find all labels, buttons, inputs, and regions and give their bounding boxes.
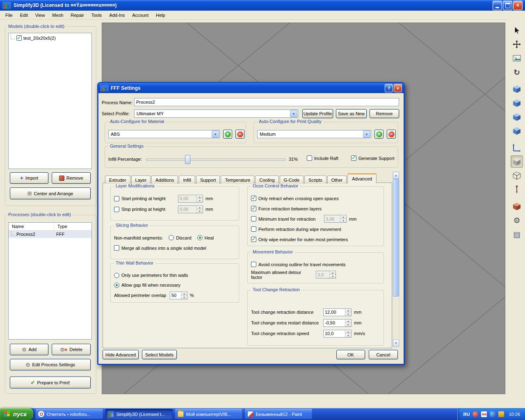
tc-distance-input[interactable] (324, 309, 345, 316)
stop-printing-checkbox[interactable]: Stop printing at height (114, 207, 176, 212)
dropdown-arrow-icon[interactable] (212, 130, 219, 138)
process-row[interactable]: Process2 FFF (9, 231, 91, 238)
scroll-down-button[interactable] (393, 340, 399, 347)
taskbar-item-browser[interactable]: O Ответить • roboforu... (36, 409, 103, 419)
gap-fill-radio[interactable]: Allow gap fill when necessary (114, 280, 235, 290)
model-checkbox[interactable] (16, 35, 22, 41)
tab-layer[interactable]: Layer (131, 176, 151, 184)
select-models-button[interactable]: Select Models (142, 350, 177, 359)
perimeters-only-radio[interactable]: Only use perimeters for thin walls (114, 270, 235, 280)
generate-support-checkbox[interactable]: Generate Support (351, 155, 394, 161)
tab-infill[interactable]: Infill (179, 176, 195, 184)
tc-restart-spinner[interactable] (323, 319, 352, 327)
translate-tool[interactable] (511, 38, 523, 50)
import-button[interactable]: + Import (10, 172, 48, 184)
menu-view[interactable]: View (32, 11, 49, 19)
overlap-spinner[interactable] (170, 292, 187, 299)
tab-additions[interactable]: Additions (151, 176, 178, 184)
tc-speed-input[interactable] (324, 330, 345, 337)
discard-radio[interactable]: Discard (169, 235, 191, 240)
prepare-to-print-button[interactable]: ✔ Prepare to Print! (10, 377, 91, 388)
taskbar-item-explorer[interactable]: Мой компьютер\VIB... (175, 409, 242, 419)
update-profile-button[interactable]: Update Profile (302, 109, 333, 118)
layer-preview-tool[interactable]: ▤ (511, 228, 523, 240)
menu-addins[interactable]: Add-Ins (105, 11, 128, 19)
include-raft-checkbox[interactable]: Include Raft (307, 155, 338, 161)
taskbar-item-paint[interactable]: Безымянный12 - Paint (245, 409, 312, 419)
profile-select[interactable]: Ultimaker MY (134, 110, 298, 118)
column-header-type[interactable]: Type (54, 224, 67, 229)
tab-gcode[interactable]: G-Code (280, 176, 304, 184)
hide-advanced-button[interactable]: Hide Advanced (103, 350, 139, 359)
clock[interactable]: 10:26 (509, 412, 520, 417)
side-view-tool[interactable] (511, 125, 523, 137)
force-retraction-checkbox[interactable]: Force retraction between layers (251, 203, 380, 214)
processes-list[interactable]: Name Type Process2 FFF (8, 222, 92, 340)
cross-section-tool[interactable] (511, 200, 523, 212)
remove-quality-button[interactable]: − (387, 130, 396, 139)
tab-cooling[interactable]: Cooling (255, 176, 278, 184)
close-button[interactable]: × (513, 1, 523, 10)
select-tool[interactable] (511, 24, 523, 37)
menu-edit[interactable]: Edit (16, 11, 32, 19)
snapshot-tool[interactable] (511, 52, 523, 64)
wipe-outer-checkbox[interactable]: Only wipe extruder for outer-most perime… (251, 234, 380, 244)
app-titlebar[interactable]: Simplify3D (Licensed to ¤¤Ÿá¤¤¤¤¤¤x¤¤¤¤¤… (0, 0, 525, 11)
tray-icon-3[interactable] (490, 411, 495, 417)
retract-open-spaces-checkbox[interactable]: Only retract when crossing open spaces (251, 193, 380, 203)
slider-thumb[interactable] (185, 155, 190, 164)
spinner-arrows[interactable] (345, 309, 351, 316)
model-item[interactable]: test_20x20x5(2) (9, 33, 91, 42)
menu-mesh[interactable]: Mesh (48, 11, 67, 19)
front-view-tool[interactable] (511, 111, 523, 123)
process-name-input[interactable] (134, 98, 399, 106)
scrollbar-thumb[interactable] (393, 179, 399, 297)
taskbar-item-simplify3d[interactable]: Simplify3D (Licensed t... (105, 409, 173, 419)
machine-settings-tool[interactable]: ⚙ (511, 214, 523, 226)
edit-process-settings-button[interactable]: ⚙ Edit Process Settings (10, 359, 91, 370)
start-button[interactable]: пуск (0, 408, 33, 420)
cancel-button[interactable]: Cancel (369, 350, 398, 359)
models-list[interactable]: test_20x20x5(2) (8, 33, 92, 169)
top-view-tool[interactable] (511, 97, 523, 109)
center-and-arrange-button[interactable]: ⊞ Center and Arrange (10, 187, 91, 199)
tab-extruder[interactable]: Extruder (105, 176, 130, 184)
spinner-arrows[interactable] (345, 330, 351, 337)
remove-model-button[interactable]: Remove (52, 172, 91, 184)
scroll-up-button[interactable] (393, 172, 399, 179)
dialog-close-button[interactable]: × (394, 84, 402, 92)
wipe-retraction-checkbox[interactable]: Perform retraction during wipe movement (251, 224, 380, 234)
overlap-input[interactable] (170, 292, 181, 299)
wireframe-view-tool[interactable] (511, 169, 523, 182)
menu-repair[interactable]: Repair (67, 11, 87, 19)
tc-restart-input[interactable] (324, 320, 345, 326)
add-material-button[interactable]: + (223, 130, 232, 139)
heal-radio[interactable]: Heal (197, 235, 214, 240)
spinner-arrows[interactable] (345, 320, 351, 326)
rotate-view-tool[interactable]: ↻ (511, 66, 523, 78)
tray-icon-1[interactable] (472, 411, 478, 417)
dropdown-arrow-icon[interactable] (363, 130, 370, 138)
avoid-crossing-checkbox[interactable]: Avoid crossing outline for travel moveme… (251, 259, 380, 269)
tray-icon-2[interactable]: Ап (481, 411, 487, 417)
tab-other[interactable]: Other (327, 176, 347, 184)
delete-process-button[interactable]: ⚙× Delete (52, 344, 91, 355)
quality-select[interactable]: Medium (257, 130, 371, 138)
dialog-help-button[interactable]: ? (385, 84, 393, 92)
menu-help[interactable]: Help (152, 11, 169, 19)
language-indicator[interactable]: RU (463, 412, 470, 417)
default-view-tool[interactable] (511, 83, 523, 95)
add-process-button[interactable]: ⚙ Add (10, 344, 48, 355)
tab-panel-scrollbar[interactable] (393, 171, 399, 347)
dialog-titlebar[interactable]: FFF Settings ? × (98, 83, 404, 93)
merge-outlines-checkbox[interactable]: Merge all outlines into a single solid m… (114, 243, 235, 253)
start-printing-checkbox[interactable]: Start printing at height (114, 196, 176, 201)
menu-file[interactable]: File (2, 11, 16, 19)
min-travel-checkbox[interactable]: Minimum travel for retraction (251, 216, 322, 221)
spinner-arrows[interactable] (181, 292, 187, 299)
menu-account[interactable]: Account (128, 11, 152, 19)
ok-button[interactable]: OK (336, 350, 365, 359)
minimize-button[interactable] (493, 1, 502, 10)
maximize-button[interactable] (503, 1, 512, 10)
tc-distance-spinner[interactable] (323, 308, 352, 316)
